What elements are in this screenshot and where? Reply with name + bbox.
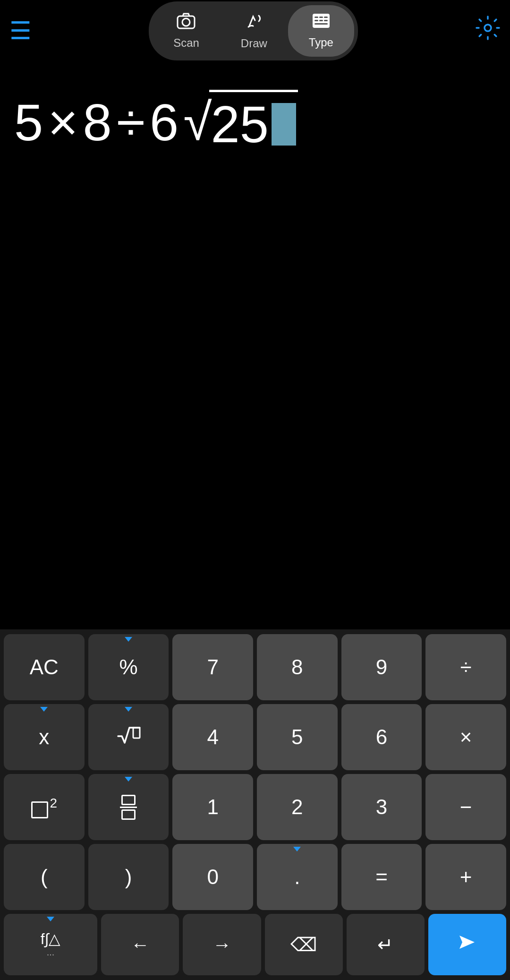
variable-x-button[interactable]: x <box>4 704 85 770</box>
svg-marker-11 <box>459 936 475 949</box>
fn-sublabel: ··· <box>47 949 55 960</box>
cursor-left-button[interactable]: ← <box>101 914 179 975</box>
svg-point-1 <box>182 18 190 26</box>
math-expression: 5 × 8 ÷ 6 √ 25 <box>14 90 298 154</box>
keyboard-row-1: AC % 7 8 9 ÷ <box>4 634 506 700</box>
open-paren-label: ( <box>41 867 48 887</box>
frac-bottom <box>121 809 136 820</box>
multiply-label: × <box>460 727 472 748</box>
one-button[interactable]: 1 <box>172 774 253 840</box>
one-label: 1 <box>207 797 218 817</box>
type-icon <box>312 13 331 33</box>
two-label: 2 <box>291 797 303 817</box>
clear-button[interactable]: AC <box>4 634 85 700</box>
two-button[interactable]: 2 <box>257 774 338 840</box>
svg-rect-6 <box>314 20 318 21</box>
five-button[interactable]: 5 <box>257 704 338 770</box>
cursor-right-button[interactable]: → <box>183 914 261 975</box>
draw-label: Draw <box>241 37 267 50</box>
decimal-label: . <box>294 867 300 887</box>
three-button[interactable]: 3 <box>341 774 422 840</box>
x-dropdown <box>40 707 48 712</box>
six-button[interactable]: 6 <box>341 704 422 770</box>
cursor-right-icon: → <box>212 934 231 955</box>
divide-button[interactable]: ÷ <box>425 634 506 700</box>
submit-button[interactable] <box>428 914 506 975</box>
four-button[interactable]: 4 <box>172 704 253 770</box>
square-button[interactable]: 2 <box>4 774 85 840</box>
num-8: 8 <box>83 92 111 152</box>
top-bar: ☰ Scan Draw <box>0 0 510 61</box>
five-label: 5 <box>291 727 303 748</box>
scan-icon <box>177 12 196 34</box>
frac-line <box>120 807 137 808</box>
keyboard-area: AC % 7 8 9 ÷ x <box>0 629 510 980</box>
zero-label: 0 <box>207 867 218 887</box>
eight-label: 8 <box>291 657 303 678</box>
four-label: 4 <box>207 727 218 748</box>
draw-icon <box>245 12 264 34</box>
nine-button[interactable]: 9 <box>341 634 422 700</box>
submit-icon <box>457 932 477 957</box>
close-paren-button[interactable]: ) <box>88 844 169 910</box>
num-6: 6 <box>150 92 178 152</box>
sqrt-button[interactable] <box>88 704 169 770</box>
settings-icon[interactable] <box>475 15 501 46</box>
sqrt-symbol: √ <box>183 96 212 148</box>
percent-label: % <box>119 657 137 678</box>
fraction-dropdown <box>125 777 132 782</box>
percent-button[interactable]: % <box>88 634 169 700</box>
multiply-button[interactable]: × <box>425 704 506 770</box>
square-icon: 2 <box>31 796 58 818</box>
functions-button[interactable]: f∫△ ··· <box>4 914 97 975</box>
equals-label: = <box>375 867 388 887</box>
keyboard-row-3: 2 1 2 3 − <box>4 774 506 840</box>
svg-rect-5 <box>324 17 328 18</box>
radicand: 25 <box>211 94 269 154</box>
open-paren-button[interactable]: ( <box>4 844 85 910</box>
decimal-dropdown <box>293 847 301 851</box>
keyboard-row-2: x 4 5 6 × <box>4 704 506 770</box>
percent-dropdown <box>125 637 132 642</box>
subtract-button[interactable]: − <box>425 774 506 840</box>
svg-rect-10 <box>133 728 140 738</box>
type-mode-button[interactable]: Type <box>288 5 354 57</box>
svg-rect-7 <box>319 20 323 21</box>
divide-symbol: ÷ <box>117 92 145 152</box>
draw-mode-button[interactable]: Draw <box>220 5 288 57</box>
scan-label: Scan <box>173 36 199 50</box>
num-5: 5 <box>14 92 43 152</box>
seven-label: 7 <box>207 657 218 678</box>
keyboard-row-4: ( ) 0 . = + <box>4 844 506 910</box>
eight-button[interactable]: 8 <box>257 634 338 700</box>
fn-dropdown <box>47 917 54 921</box>
scan-mode-button[interactable]: Scan <box>153 5 220 57</box>
close-paren-label: ) <box>125 867 132 887</box>
decimal-button[interactable]: . <box>257 844 338 910</box>
six-label: 6 <box>376 727 387 748</box>
backspace-icon: ⌫ <box>290 934 317 955</box>
mode-selector: Scan Draw <box>149 1 358 60</box>
frac-top <box>121 795 136 805</box>
add-button[interactable]: + <box>425 844 506 910</box>
svg-rect-4 <box>319 17 323 18</box>
fn-label: f∫△ <box>41 930 61 948</box>
history-icon[interactable]: ☰ <box>9 18 32 43</box>
backspace-button[interactable]: ⌫ <box>265 914 343 975</box>
divide-label: ÷ <box>460 657 472 678</box>
math-display: 5 × 8 ÷ 6 √ 25 <box>0 61 510 473</box>
newline-button[interactable]: ↵ <box>347 914 425 975</box>
newline-icon: ↵ <box>377 934 393 955</box>
seven-button[interactable]: 7 <box>172 634 253 700</box>
text-cursor <box>272 103 296 146</box>
nav-row: f∫△ ··· ← → ⌫ ↵ <box>4 914 506 975</box>
nine-label: 9 <box>376 657 387 678</box>
sqrt-expression: √ 25 <box>183 90 298 154</box>
fraction-button[interactable] <box>88 774 169 840</box>
sqrt-content: 25 <box>209 90 298 154</box>
x-label: x <box>39 727 49 748</box>
svg-rect-9 <box>314 23 328 25</box>
zero-button[interactable]: 0 <box>172 844 253 910</box>
add-label: + <box>460 867 472 887</box>
equals-button[interactable]: = <box>341 844 422 910</box>
